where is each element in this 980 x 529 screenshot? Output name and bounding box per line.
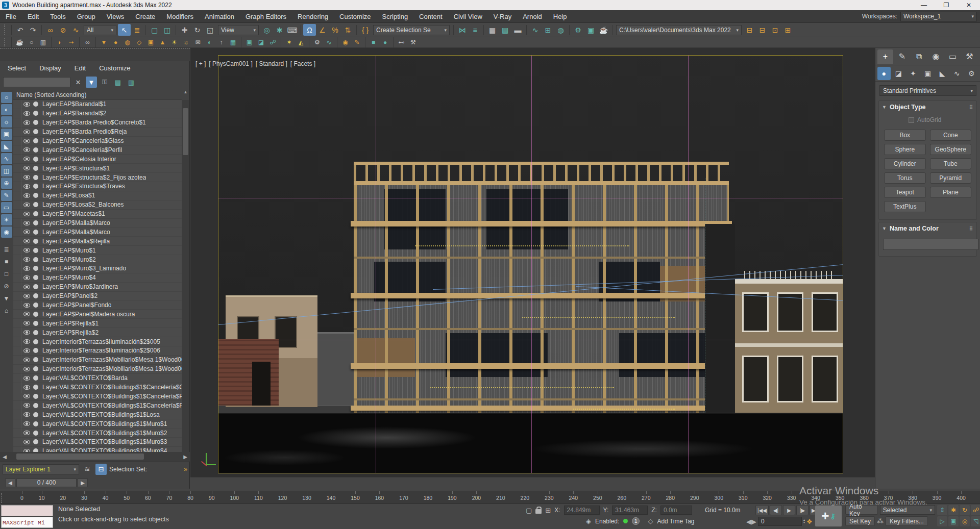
outline-square-icon[interactable]: □ [1,268,12,280]
layer-row[interactable]: Layer:VAL$CONTEXTO$Buildings$1$Muro$1 [13,419,182,429]
key-settings-icon[interactable]: ❖ [806,518,813,525]
render-toggle-icon[interactable] [33,385,38,390]
plane-button[interactable]: Plane [930,187,972,198]
overflow-chevron-icon[interactable]: » [184,466,187,473]
visibility-eye-icon[interactable] [23,221,30,225]
menu-file[interactable]: File [0,10,22,23]
redo-icon[interactable]: ↷ [27,24,39,36]
toolbar-grip[interactable] [4,24,7,36]
expand-list-icon[interactable]: ≣ [1,244,12,255]
trackbar-grip[interactable] [1,493,4,503]
object-name-input[interactable] [883,239,978,250]
key-filters-button[interactable]: Key Filters... [886,516,928,526]
modify-tab[interactable]: ✎ [894,49,910,64]
systems-icon[interactable]: ⚙ [965,67,978,80]
render-toggle-icon[interactable] [33,193,38,198]
diamond-outline-icon[interactable]: ◇ [133,38,145,47]
create-tab[interactable]: + [877,49,893,64]
solid-square-icon[interactable]: ■ [1,256,12,267]
layer-row[interactable]: Layer:VAL$CONTEXTO$Buildings$1$Muro$2 [13,429,182,438]
visibility-eye-icon[interactable] [23,431,30,435]
previous-frame-icon[interactable]: ◀| [770,505,782,515]
bind-to-space-warp-icon[interactable]: ∿ [69,24,82,36]
visibility-eye-icon[interactable] [23,130,30,134]
render-toggle-icon[interactable] [33,321,38,326]
helpers-icon[interactable]: ◣ [936,67,949,80]
visibility-eye-icon[interactable] [23,285,30,289]
lights-icon[interactable]: ✦ [906,67,920,80]
visibility-eye-icon[interactable] [23,339,30,344]
motion-tab[interactable]: ◉ [928,49,944,64]
display-lights-icon[interactable]: ☼ [1,116,12,128]
visibility-eye-icon[interactable] [23,111,30,116]
render-toggle-icon[interactable] [33,138,38,143]
render-toggle-icon[interactable] [33,375,38,381]
explorer-menu-select[interactable]: Select [1,64,33,72]
time-back-button[interactable]: ◀ [5,478,15,487]
undo-icon[interactable]: ↶ [14,24,27,36]
menu-animation[interactable]: Animation [199,10,240,23]
camera-icon[interactable]: ▣ [243,38,255,47]
layers-stack-icon[interactable]: ≋ [82,464,93,475]
clear-search-icon[interactable]: ✕ [72,77,84,88]
frame-spinner[interactable]: ▴▾ [803,519,805,524]
render-toggle-icon[interactable] [33,403,38,408]
render-toggle-icon[interactable] [33,102,38,107]
y-coordinate-field[interactable]: 31.463m [612,506,648,515]
layer-row[interactable]: Layer:EAP$Panel$Madera oscura [13,310,182,319]
curve-editor-icon[interactable]: ∿ [529,24,542,36]
autogrid-checkbox[interactable] [909,117,914,123]
hierarchy-tab[interactable]: ⧉ [911,49,927,64]
layer-row[interactable]: Layer:EAP$Muro$3_Laminado [13,264,182,273]
visibility-eye-icon[interactable] [23,157,30,161]
primitive-category-dropdown[interactable]: Standard Primitives ▾ [879,85,976,96]
layer-row[interactable]: Layer:EAP$Malla$Marco [13,228,182,237]
visibility-eye-icon[interactable] [23,275,30,280]
rendered-frame-window-icon[interactable]: ▣ [584,24,597,36]
layer-row[interactable]: Layer:Interior$Terrazas$Mobiliario$Mesa … [13,365,182,374]
render-toggle-icon[interactable] [33,184,38,189]
snaps-toggle-icon[interactable]: Ω [303,24,316,36]
maximize-viewport-icon[interactable]: ◹ [971,516,980,526]
camera-view-icon[interactable]: ▣ [948,516,959,526]
horizontal-scrollbar[interactable]: ◀ ▶ [0,452,190,461]
clapper-icon[interactable]: ◪ [255,38,267,47]
rectangular-selection-region-icon[interactable]: ▢ [148,24,161,36]
geosphere-icon[interactable]: ◍ [121,38,133,47]
go-to-start-icon[interactable]: |◀◀ [755,505,769,515]
auto-key-button[interactable]: Auto Key [845,505,878,515]
wrench-icon[interactable]: ⚒ [407,38,419,47]
toolbar-grip[interactable] [4,38,7,46]
layer-row[interactable]: Layer:EAP$Estructura$1 [13,164,182,173]
visibility-eye-icon[interactable] [23,376,30,381]
layer-row[interactable]: Layer:EAP$Barda Predio$Concreto$1 [13,118,182,128]
use-pivot-point-icon[interactable]: ◎ [260,24,273,36]
viewport[interactable]: [ + ][ PhysCam001 ][ Standard ][ Facets … [190,48,875,477]
render-toggle-icon[interactable] [33,120,38,125]
visibility-eye-icon[interactable] [23,147,30,152]
layer-row[interactable]: Layer:EAP$Cancelería$Perfil [13,145,182,155]
pan-view-icon[interactable]: ✱ [948,505,959,515]
named-selection-dropdown[interactable]: Create Selection Se▾ [373,25,450,35]
display-containers-icon[interactable]: ▭ [1,202,12,213]
visibility-eye-icon[interactable] [23,175,30,180]
maximize-button[interactable]: ❐ [935,0,958,10]
menu-modifiers[interactable]: Modifiers [161,10,199,23]
layer-row[interactable]: Layer:VAL$CONTEXTO$Buildings$1$Cancelerí… [13,392,182,401]
render-toggle-icon[interactable] [33,348,38,353]
menu-views[interactable]: Views [101,10,130,23]
scrollbar-thumb[interactable] [16,454,144,460]
render-toggle-icon[interactable] [33,239,38,244]
clear-filter-icon[interactable]: ⊘ [1,281,12,292]
mail-icon[interactable]: ✉ [192,38,204,47]
cylinder-button[interactable]: Cylinder [884,158,926,169]
funnel-icon[interactable]: ▼ [98,38,110,47]
display-cameras-icon[interactable]: ▣ [1,129,12,140]
geosphere-button[interactable]: GeoSphere [930,144,972,155]
current-frame-field[interactable]: 0 [758,517,802,526]
render-toggle-icon[interactable] [33,257,38,262]
render-toggle-icon[interactable] [33,111,38,116]
layer-row[interactable]: Layer:EAP$Barandal$1 [13,100,182,109]
notification-count-badge[interactable]: 1 [632,517,640,525]
render-toggle-icon[interactable] [33,439,38,444]
